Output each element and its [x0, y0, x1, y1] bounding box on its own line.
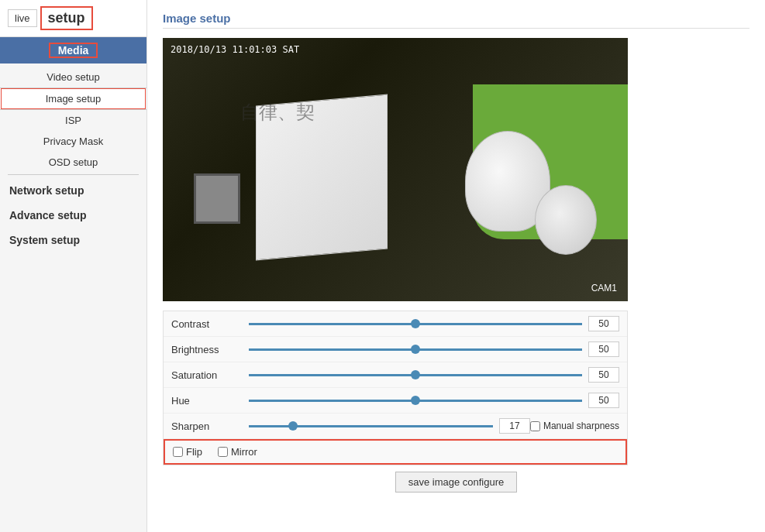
setup-button[interactable]: setup — [40, 6, 93, 30]
main-content: Image setup 自律、契 2018/10/13 11:01:03 SAT… — [147, 0, 765, 532]
mirror-checkbox[interactable] — [218, 447, 228, 457]
sharpen-slider[interactable] — [249, 425, 493, 427]
brightness-value: 50 — [588, 342, 619, 357]
sharpen-row: Sharpen 17 Manual sharpness — [164, 414, 627, 439]
brightness-slider-container — [249, 342, 582, 357]
brightness-slider[interactable] — [249, 348, 582, 351]
sidebar-divider-1 — [8, 174, 139, 175]
save-image-configure-button[interactable]: save image configure — [395, 472, 518, 493]
live-button[interactable]: live — [8, 9, 37, 27]
manual-sharpness-label: Manual sharpness — [543, 420, 619, 431]
hue-slider-container — [249, 393, 582, 408]
brightness-row: Brightness 50 — [164, 337, 627, 362]
saturation-row: Saturation 50 — [164, 362, 627, 388]
sidebar: live setup Media Video setup Image setup… — [0, 0, 147, 532]
hue-slider[interactable] — [249, 400, 582, 402]
sidebar-section-advance-setup[interactable]: Advance setup — [0, 201, 146, 226]
sidebar-item-video-setup[interactable]: Video setup — [0, 67, 146, 88]
sharpen-label: Sharpen — [171, 420, 249, 432]
contrast-row: Contrast 50 — [164, 311, 627, 337]
saturation-slider[interactable] — [249, 374, 582, 376]
hue-label: Hue — [171, 395, 249, 407]
sidebar-item-isp[interactable]: ISP — [0, 110, 146, 131]
contrast-slider-container — [249, 316, 582, 331]
sidebar-item-privacy-mask[interactable]: Privacy Mask — [0, 131, 146, 152]
media-label: Media — [49, 43, 98, 58]
hue-row: Hue 50 — [164, 388, 627, 414]
contrast-label: Contrast — [171, 318, 249, 330]
flip-label: Flip — [186, 446, 202, 458]
sidebar-item-osd-setup[interactable]: OSD setup — [0, 152, 146, 173]
save-button-row: save image configure — [163, 465, 749, 499]
sidebar-item-image-setup[interactable]: Image setup — [0, 88, 146, 110]
sharpen-slider-container — [249, 418, 493, 434]
flip-checkbox[interactable] — [173, 447, 183, 457]
flip-mirror-row: Flip Mirror — [164, 439, 627, 465]
manual-sharpness-checkbox[interactable] — [530, 421, 540, 431]
page-title: Image setup — [163, 12, 749, 29]
media-section[interactable]: Media — [0, 37, 146, 63]
hue-value: 50 — [588, 393, 619, 408]
camera-feed-wrapper: 自律、契 2018/10/13 11:01:03 SAT CAM1 — [163, 38, 628, 301]
sidebar-section-network-setup[interactable]: Network setup — [0, 177, 146, 201]
sidebar-section-system-setup[interactable]: System setup — [0, 226, 146, 251]
brightness-label: Brightness — [171, 344, 249, 355]
saturation-value: 50 — [588, 367, 619, 383]
chinese-text: 自律、契 — [240, 100, 315, 125]
saturation-slider-container — [249, 367, 582, 383]
robot-head-right — [535, 185, 597, 255]
camera-feed: 自律、契 2018/10/13 11:01:03 SAT CAM1 — [163, 38, 628, 301]
camera-timestamp: 2018/10/13 11:01:03 SAT — [171, 44, 299, 55]
saturation-label: Saturation — [171, 369, 249, 381]
sidebar-header: live setup — [0, 0, 146, 37]
mirror-label: Mirror — [231, 446, 257, 458]
contrast-slider[interactable] — [249, 323, 582, 325]
sharpen-value: 17 — [499, 418, 530, 434]
camera-label: CAM1 — [591, 283, 617, 293]
controls-area: Contrast 50 Brightness 50 Saturation — [163, 311, 628, 465]
contrast-value: 50 — [588, 316, 619, 331]
framed-picture — [194, 173, 240, 224]
camera-scene: 自律、契 — [163, 38, 628, 301]
